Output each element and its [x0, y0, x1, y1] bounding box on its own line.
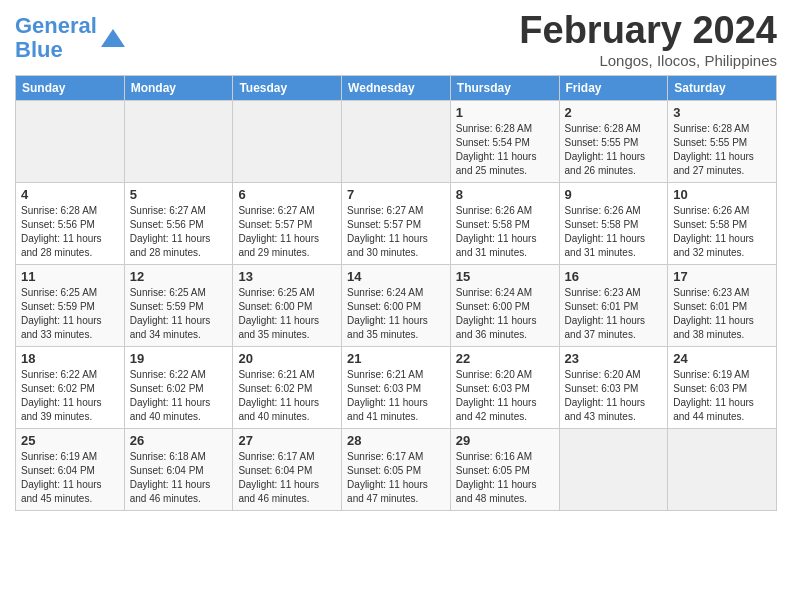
- page-header: GeneralBlue February 2024 Longos, Ilocos…: [15, 10, 777, 69]
- day-number: 24: [673, 351, 771, 366]
- day-number: 7: [347, 187, 445, 202]
- day-info: Sunrise: 6:26 AM Sunset: 5:58 PM Dayligh…: [673, 204, 771, 260]
- week-row-2: 4Sunrise: 6:28 AM Sunset: 5:56 PM Daylig…: [16, 182, 777, 264]
- title-block: February 2024 Longos, Ilocos, Philippine…: [519, 10, 777, 69]
- day-info: Sunrise: 6:25 AM Sunset: 6:00 PM Dayligh…: [238, 286, 336, 342]
- day-number: 1: [456, 105, 554, 120]
- day-info: Sunrise: 6:22 AM Sunset: 6:02 PM Dayligh…: [21, 368, 119, 424]
- day-number: 16: [565, 269, 663, 284]
- day-info: Sunrise: 6:23 AM Sunset: 6:01 PM Dayligh…: [673, 286, 771, 342]
- day-cell: 5Sunrise: 6:27 AM Sunset: 5:56 PM Daylig…: [124, 182, 233, 264]
- header-sunday: Sunday: [16, 75, 125, 100]
- day-info: Sunrise: 6:20 AM Sunset: 6:03 PM Dayligh…: [456, 368, 554, 424]
- day-cell: 23Sunrise: 6:20 AM Sunset: 6:03 PM Dayli…: [559, 346, 668, 428]
- day-cell: [342, 100, 451, 182]
- day-cell: 14Sunrise: 6:24 AM Sunset: 6:00 PM Dayli…: [342, 264, 451, 346]
- logo-icon: [99, 27, 127, 49]
- calendar-header: SundayMondayTuesdayWednesdayThursdayFrid…: [16, 75, 777, 100]
- calendar-body: 1Sunrise: 6:28 AM Sunset: 5:54 PM Daylig…: [16, 100, 777, 510]
- location-subtitle: Longos, Ilocos, Philippines: [519, 52, 777, 69]
- day-cell: 16Sunrise: 6:23 AM Sunset: 6:01 PM Dayli…: [559, 264, 668, 346]
- day-cell: 11Sunrise: 6:25 AM Sunset: 5:59 PM Dayli…: [16, 264, 125, 346]
- day-number: 29: [456, 433, 554, 448]
- day-cell: 6Sunrise: 6:27 AM Sunset: 5:57 PM Daylig…: [233, 182, 342, 264]
- header-monday: Monday: [124, 75, 233, 100]
- day-cell: 15Sunrise: 6:24 AM Sunset: 6:00 PM Dayli…: [450, 264, 559, 346]
- day-cell: 19Sunrise: 6:22 AM Sunset: 6:02 PM Dayli…: [124, 346, 233, 428]
- svg-marker-0: [101, 29, 125, 47]
- day-cell: 27Sunrise: 6:17 AM Sunset: 6:04 PM Dayli…: [233, 428, 342, 510]
- day-info: Sunrise: 6:27 AM Sunset: 5:56 PM Dayligh…: [130, 204, 228, 260]
- day-number: 8: [456, 187, 554, 202]
- logo-text: GeneralBlue: [15, 14, 97, 62]
- day-info: Sunrise: 6:28 AM Sunset: 5:54 PM Dayligh…: [456, 122, 554, 178]
- header-friday: Friday: [559, 75, 668, 100]
- day-info: Sunrise: 6:17 AM Sunset: 6:05 PM Dayligh…: [347, 450, 445, 506]
- calendar-table: SundayMondayTuesdayWednesdayThursdayFrid…: [15, 75, 777, 511]
- day-info: Sunrise: 6:26 AM Sunset: 5:58 PM Dayligh…: [565, 204, 663, 260]
- day-number: 25: [21, 433, 119, 448]
- day-cell: [16, 100, 125, 182]
- day-number: 10: [673, 187, 771, 202]
- header-saturday: Saturday: [668, 75, 777, 100]
- day-info: Sunrise: 6:25 AM Sunset: 5:59 PM Dayligh…: [21, 286, 119, 342]
- day-number: 12: [130, 269, 228, 284]
- day-cell: 2Sunrise: 6:28 AM Sunset: 5:55 PM Daylig…: [559, 100, 668, 182]
- header-tuesday: Tuesday: [233, 75, 342, 100]
- day-cell: 13Sunrise: 6:25 AM Sunset: 6:00 PM Dayli…: [233, 264, 342, 346]
- week-row-3: 11Sunrise: 6:25 AM Sunset: 5:59 PM Dayli…: [16, 264, 777, 346]
- day-cell: 3Sunrise: 6:28 AM Sunset: 5:55 PM Daylig…: [668, 100, 777, 182]
- day-info: Sunrise: 6:20 AM Sunset: 6:03 PM Dayligh…: [565, 368, 663, 424]
- day-cell: 29Sunrise: 6:16 AM Sunset: 6:05 PM Dayli…: [450, 428, 559, 510]
- day-number: 5: [130, 187, 228, 202]
- day-cell: [559, 428, 668, 510]
- week-row-1: 1Sunrise: 6:28 AM Sunset: 5:54 PM Daylig…: [16, 100, 777, 182]
- day-info: Sunrise: 6:28 AM Sunset: 5:55 PM Dayligh…: [565, 122, 663, 178]
- day-number: 4: [21, 187, 119, 202]
- day-number: 17: [673, 269, 771, 284]
- day-number: 23: [565, 351, 663, 366]
- day-info: Sunrise: 6:28 AM Sunset: 5:55 PM Dayligh…: [673, 122, 771, 178]
- day-number: 11: [21, 269, 119, 284]
- header-wednesday: Wednesday: [342, 75, 451, 100]
- day-cell: 1Sunrise: 6:28 AM Sunset: 5:54 PM Daylig…: [450, 100, 559, 182]
- day-number: 26: [130, 433, 228, 448]
- day-info: Sunrise: 6:26 AM Sunset: 5:58 PM Dayligh…: [456, 204, 554, 260]
- day-number: 28: [347, 433, 445, 448]
- day-number: 6: [238, 187, 336, 202]
- day-cell: 4Sunrise: 6:28 AM Sunset: 5:56 PM Daylig…: [16, 182, 125, 264]
- day-cell: 26Sunrise: 6:18 AM Sunset: 6:04 PM Dayli…: [124, 428, 233, 510]
- logo: GeneralBlue: [15, 14, 127, 62]
- day-number: 3: [673, 105, 771, 120]
- day-info: Sunrise: 6:25 AM Sunset: 5:59 PM Dayligh…: [130, 286, 228, 342]
- day-number: 14: [347, 269, 445, 284]
- week-row-5: 25Sunrise: 6:19 AM Sunset: 6:04 PM Dayli…: [16, 428, 777, 510]
- day-number: 20: [238, 351, 336, 366]
- day-cell: [233, 100, 342, 182]
- day-number: 2: [565, 105, 663, 120]
- day-number: 19: [130, 351, 228, 366]
- header-thursday: Thursday: [450, 75, 559, 100]
- day-info: Sunrise: 6:24 AM Sunset: 6:00 PM Dayligh…: [347, 286, 445, 342]
- day-info: Sunrise: 6:28 AM Sunset: 5:56 PM Dayligh…: [21, 204, 119, 260]
- day-cell: 20Sunrise: 6:21 AM Sunset: 6:02 PM Dayli…: [233, 346, 342, 428]
- day-info: Sunrise: 6:17 AM Sunset: 6:04 PM Dayligh…: [238, 450, 336, 506]
- day-cell: 9Sunrise: 6:26 AM Sunset: 5:58 PM Daylig…: [559, 182, 668, 264]
- day-cell: [668, 428, 777, 510]
- day-cell: 10Sunrise: 6:26 AM Sunset: 5:58 PM Dayli…: [668, 182, 777, 264]
- day-info: Sunrise: 6:19 AM Sunset: 6:04 PM Dayligh…: [21, 450, 119, 506]
- day-number: 13: [238, 269, 336, 284]
- day-cell: 21Sunrise: 6:21 AM Sunset: 6:03 PM Dayli…: [342, 346, 451, 428]
- day-cell: [124, 100, 233, 182]
- day-number: 21: [347, 351, 445, 366]
- day-info: Sunrise: 6:27 AM Sunset: 5:57 PM Dayligh…: [347, 204, 445, 260]
- day-info: Sunrise: 6:24 AM Sunset: 6:00 PM Dayligh…: [456, 286, 554, 342]
- day-cell: 17Sunrise: 6:23 AM Sunset: 6:01 PM Dayli…: [668, 264, 777, 346]
- day-info: Sunrise: 6:22 AM Sunset: 6:02 PM Dayligh…: [130, 368, 228, 424]
- day-number: 18: [21, 351, 119, 366]
- month-title: February 2024: [519, 10, 777, 52]
- day-cell: 25Sunrise: 6:19 AM Sunset: 6:04 PM Dayli…: [16, 428, 125, 510]
- day-info: Sunrise: 6:21 AM Sunset: 6:02 PM Dayligh…: [238, 368, 336, 424]
- day-info: Sunrise: 6:18 AM Sunset: 6:04 PM Dayligh…: [130, 450, 228, 506]
- day-info: Sunrise: 6:23 AM Sunset: 6:01 PM Dayligh…: [565, 286, 663, 342]
